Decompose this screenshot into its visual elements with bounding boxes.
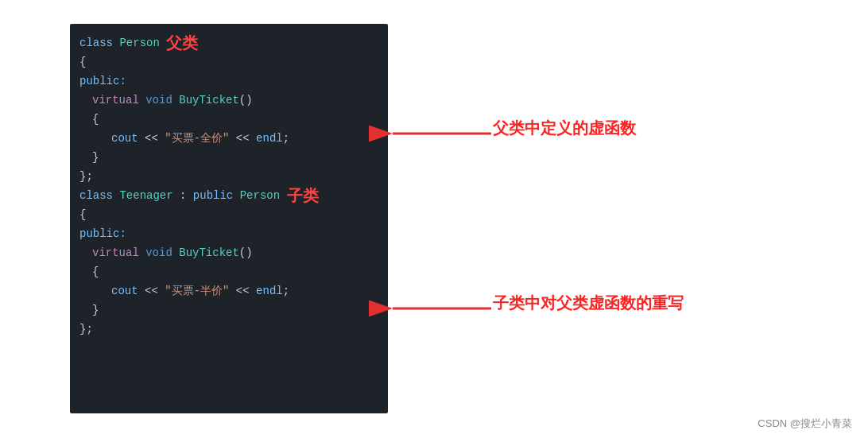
code-line-4: virtual void BuyTicket() xyxy=(70,91,388,110)
code-line-9: class Teenager : public Person 子类 xyxy=(70,186,388,205)
code-line-3: public: xyxy=(70,72,388,91)
code-panel: class Person 父类 { public: virtual void B… xyxy=(70,24,388,413)
code-line-14: cout << "买票-半价" << endl; xyxy=(70,281,388,300)
code-line-2: { xyxy=(70,52,388,72)
annotation-virtual-def: 父类中定义的虚函数 xyxy=(493,118,636,139)
code-line-15: } xyxy=(70,300,388,320)
main-container: class Person 父类 { public: virtual void B… xyxy=(0,0,868,442)
code-line-6: cout << "买票-全价" << endl; xyxy=(70,129,388,148)
code-line-12: virtual void BuyTicket() xyxy=(70,243,388,262)
code-line-13: { xyxy=(70,262,388,281)
code-line-16: }; xyxy=(70,320,388,339)
watermark: CSDN @搜烂小青菜 xyxy=(758,417,852,431)
class-person: Person xyxy=(119,33,159,52)
label-parent: 父类 xyxy=(166,33,198,52)
code-line-7: } xyxy=(70,148,388,167)
code-line-10: { xyxy=(70,205,388,224)
code-line-5: { xyxy=(70,110,388,129)
code-line-8: }; xyxy=(70,167,388,186)
annotation-virtual-override: 子类中对父类虚函数的重写 xyxy=(493,293,684,314)
code-line-1: class Person 父类 xyxy=(70,33,388,52)
keyword-class: class xyxy=(79,33,113,52)
label-child: 子类 xyxy=(287,186,319,205)
code-line-11: public: xyxy=(70,224,388,243)
